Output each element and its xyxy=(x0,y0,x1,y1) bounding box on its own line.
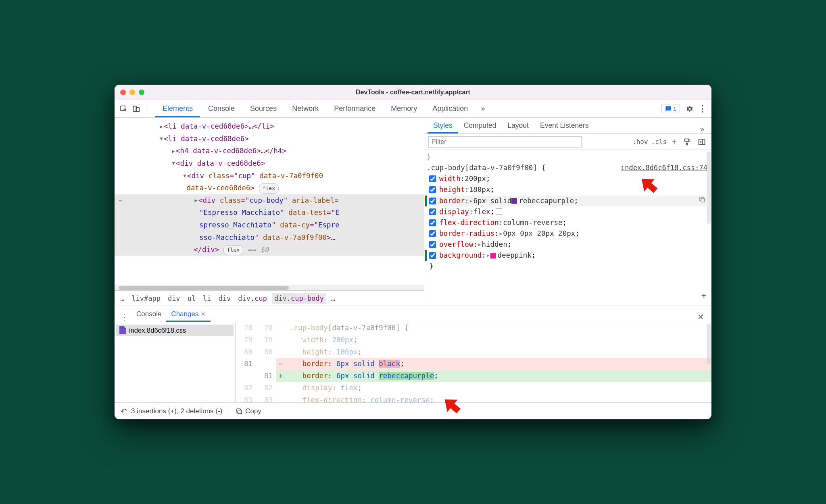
main-toolbar: Elements Console Sources Network Perform… xyxy=(115,100,711,118)
toggle-sidebar-icon[interactable] xyxy=(696,138,707,146)
elements-panel: ▶<li data-v-ced68de6>…</li> ▼<li data-v-… xyxy=(115,118,424,306)
close-tab-icon[interactable]: ✕ xyxy=(201,311,206,317)
prop-toggle[interactable] xyxy=(429,230,436,237)
color-swatch[interactable] xyxy=(511,198,517,204)
close-window[interactable] xyxy=(120,90,126,95)
inspect-icon[interactable] xyxy=(118,103,129,115)
kebab-icon[interactable]: ⋮ xyxy=(697,103,708,115)
styles-filter-input[interactable] xyxy=(428,136,582,148)
dom-tree[interactable]: ▶<li data-v-ced68de6>…</li> ▼<li data-v-… xyxy=(115,118,424,285)
prop-toggle[interactable] xyxy=(429,219,436,226)
devtools-window: DevTools - coffee-cart.netlify.app/cart … xyxy=(115,85,711,419)
styles-panel: Styles Computed Layout Event Listeners »… xyxy=(424,118,711,306)
tab-layout[interactable]: Layout xyxy=(502,118,534,133)
crumb[interactable]: div xyxy=(216,293,234,304)
window-title: DevTools - coffee-cart.netlify.app/cart xyxy=(115,89,711,96)
new-rule-icon[interactable]: + xyxy=(670,137,678,147)
flex-badge[interactable]: flex xyxy=(223,245,243,255)
prop-overflow[interactable]: overflow:▶hidden; xyxy=(427,239,707,250)
crumb[interactable]: li xyxy=(200,293,213,304)
flex-badge[interactable]: flex xyxy=(259,183,279,194)
flex-grid-icon[interactable] xyxy=(496,208,502,215)
tab-console[interactable]: Console xyxy=(201,100,242,117)
drawer-tab-changes[interactable]: Changes✕ xyxy=(166,307,211,322)
prop-toggle[interactable] xyxy=(429,208,436,215)
changes-file-list: index.8d6c6f18.css xyxy=(115,322,236,402)
undo-icon[interactable]: ↶ xyxy=(120,406,127,416)
crumb[interactable]: div.cup xyxy=(236,293,269,304)
file-name: index.8d6c6f18.css xyxy=(129,327,186,334)
diff-view[interactable]: 7878.cup-body[data-v-7a0f9f00] { 7979 wi… xyxy=(236,322,711,402)
crumb-selected[interactable]: div.cup-body xyxy=(272,293,326,304)
tab-styles[interactable]: Styles xyxy=(428,118,458,133)
rule-header[interactable]: .cup-body[data-v-7a0f9f00] { index.8d6c6… xyxy=(427,162,707,173)
copy-icon[interactable]: Copy xyxy=(236,407,261,415)
tab-elements[interactable]: Elements xyxy=(155,100,200,117)
prop-toggle[interactable] xyxy=(429,241,436,248)
dom-node[interactable]: <li data-v-ced68de6> xyxy=(164,135,249,143)
tab-network[interactable]: Network xyxy=(285,100,326,117)
dom-selected[interactable]: ⋯ ▶<div class="cup-body" aria-label= "Es… xyxy=(115,194,424,256)
drawer-tab-console[interactable]: Console xyxy=(131,307,166,322)
drawer-close-icon[interactable]: ✕ xyxy=(693,312,708,322)
dom-node[interactable]: <h4 data-v-ced68de6> xyxy=(176,147,261,155)
tab-computed[interactable]: Computed xyxy=(458,118,502,133)
add-rule-icon[interactable]: + xyxy=(701,289,707,302)
minimize-window[interactable] xyxy=(129,90,135,95)
more-tabs[interactable]: » xyxy=(477,104,489,113)
tab-application[interactable]: Application xyxy=(425,100,475,117)
crumb[interactable]: liv#app xyxy=(129,293,163,304)
drawer-body: index.8d6c6f18.css 7878.cup-body[data-v-… xyxy=(115,322,711,402)
crumb[interactable]: ul xyxy=(185,293,198,304)
prop-background[interactable]: background:▶deeppink; xyxy=(427,250,707,261)
svg-rect-4 xyxy=(686,143,688,145)
hov-toggle[interactable]: :hov xyxy=(632,138,648,146)
copy-icon[interactable] xyxy=(699,196,707,206)
cls-toggle[interactable]: .cls xyxy=(651,138,667,146)
issues-badge[interactable]: 1 xyxy=(661,104,680,113)
tab-memory[interactable]: Memory xyxy=(384,100,424,117)
device-toggle-icon[interactable] xyxy=(131,103,142,115)
changes-summary: 3 insertions (+), 2 deletions (-) xyxy=(131,407,222,415)
styles-tabs: Styles Computed Layout Event Listeners » xyxy=(424,118,711,134)
drawer: ⋮ Console Changes✕ ✕ index.8d6c6f18.css … xyxy=(115,306,711,419)
drawer-menu-icon[interactable]: ⋮ xyxy=(118,313,131,322)
prop-width[interactable]: width: 200px; xyxy=(427,173,707,184)
rule-close: } xyxy=(427,261,707,272)
prop-flex-direction[interactable]: flex-direction: column-reverse; xyxy=(427,217,707,228)
svg-rect-7 xyxy=(701,198,705,202)
main-tabs: Elements Console Sources Network Perform… xyxy=(155,100,475,117)
tab-performance[interactable]: Performance xyxy=(327,100,383,117)
dom-node[interactable]: <div data-v-ced68de6> xyxy=(176,159,265,167)
tab-sources[interactable]: Sources xyxy=(243,100,284,117)
crumb[interactable]: div xyxy=(165,293,183,304)
css-file-icon xyxy=(119,326,126,334)
changes-status: ↶ 3 insertions (+), 2 deletions (-) Copy xyxy=(115,402,711,419)
styles-filter-row: :hov .cls + xyxy=(424,134,711,150)
zoom-window[interactable] xyxy=(139,90,144,95)
prop-toggle[interactable] xyxy=(429,198,436,204)
prop-toggle[interactable] xyxy=(429,175,436,182)
hscrollbar[interactable] xyxy=(115,285,424,290)
crumb-more[interactable]: … xyxy=(118,293,127,304)
traffic-lights xyxy=(120,90,144,95)
prop-border-radius[interactable]: border-radius:▶0px 0px 20px 20px; xyxy=(427,228,707,239)
prop-height[interactable]: height: 180px; xyxy=(427,184,707,195)
color-swatch[interactable] xyxy=(490,253,496,258)
styles-body[interactable]: } .cup-body[data-v-7a0f9f00] { index.8d6… xyxy=(424,150,711,306)
changes-file[interactable]: index.8d6c6f18.css xyxy=(116,325,234,336)
svg-rect-8 xyxy=(238,410,242,414)
prop-toggle[interactable] xyxy=(429,252,436,259)
more-style-tabs[interactable]: » xyxy=(696,125,708,133)
prop-display[interactable]: display: flex; xyxy=(427,206,707,217)
prop-toggle[interactable] xyxy=(429,186,436,193)
paint-icon[interactable] xyxy=(682,138,693,146)
tab-event-listeners[interactable]: Event Listeners xyxy=(534,118,594,133)
prop-border[interactable]: border:▶6px solid rebeccapurple; xyxy=(427,196,707,206)
crumb-more[interactable]: … xyxy=(329,293,338,304)
issues-count: 1 xyxy=(673,105,676,112)
source-link[interactable]: index.8d6c6f18.css:74 xyxy=(621,162,707,173)
svg-rect-3 xyxy=(684,139,688,141)
gear-icon[interactable] xyxy=(684,103,695,115)
dom-node[interactable]: <li data-v-ced68de6> xyxy=(164,122,249,130)
